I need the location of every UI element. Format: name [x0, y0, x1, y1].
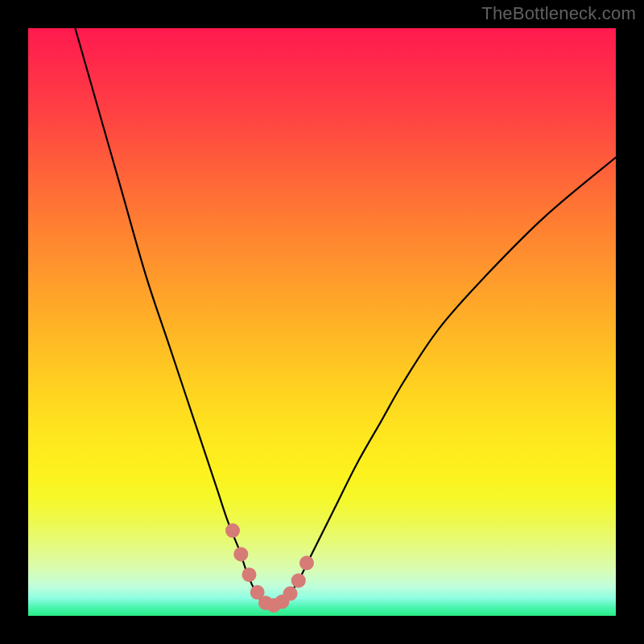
- marker-dot: [291, 573, 306, 588]
- chart-frame: TheBottleneck.com: [0, 0, 644, 644]
- marker-dot: [233, 547, 248, 561]
- curve-layer: [28, 28, 616, 616]
- bottleneck-curve: [75, 28, 616, 607]
- curve-markers: [225, 523, 314, 613]
- marker-dot: [299, 555, 314, 570]
- marker-dot: [283, 586, 298, 601]
- plot-area: [28, 28, 616, 616]
- marker-dot: [242, 568, 257, 582]
- watermark-text: TheBottleneck.com: [481, 3, 636, 24]
- marker-dot: [225, 523, 240, 538]
